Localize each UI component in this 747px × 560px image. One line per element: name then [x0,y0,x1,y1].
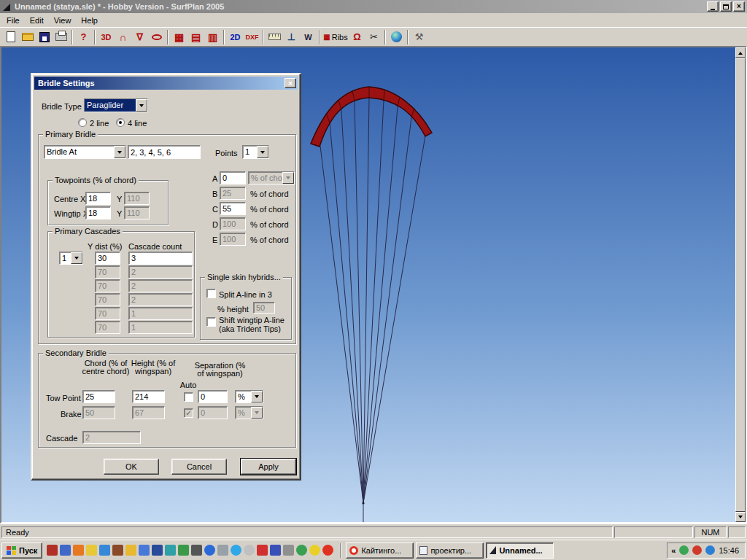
menu-view[interactable]: View [49,15,77,26]
split-a-line-checkbox[interactable] [206,289,216,298]
quicklaunch-icon[interactable] [152,545,163,556]
quicklaunch-icon[interactable] [60,545,71,556]
centre-x-field[interactable] [85,192,111,205]
line-a-field[interactable] [220,171,246,184]
cascade-selector-combo[interactable]: 1 [59,252,83,265]
ribs-button[interactable]: ▦ Ribs [322,29,349,45]
tow-height-field[interactable] [132,390,165,403]
plumb-button[interactable]: ⊥ [283,29,300,45]
tow-auto-checkbox[interactable] [184,392,193,402]
quicklaunch-icon[interactable] [99,545,110,556]
radio-4line[interactable] [116,118,125,127]
tow-unit-combo[interactable]: % [235,390,263,403]
bridle-lines-button[interactable]: W [300,29,317,45]
task-button-project[interactable]: проектир... [416,542,484,559]
points-dropdown-button[interactable] [257,146,268,158]
measure-button[interactable] [266,29,283,45]
apply-button[interactable]: Apply [241,459,296,475]
quicklaunch-icon[interactable] [47,545,58,556]
radio-2line-label[interactable]: 2 line [90,119,109,128]
save-button[interactable] [36,29,53,45]
tray-icon[interactable] [692,545,702,555]
quicklaunch-icon[interactable] [73,545,84,556]
task-button-kiting[interactable]: Кайтинго... [346,542,414,559]
menu-file[interactable]: File [1,15,25,26]
cascade-row-count[interactable] [128,252,193,265]
2d-view-button[interactable]: 2D [227,29,244,45]
gauge-button[interactable]: Ω [349,29,365,45]
tray-icon[interactable] [705,545,715,555]
radio-2line[interactable] [78,118,87,127]
panel-view2-button[interactable]: ▥ [204,29,221,45]
points-combo[interactable]: 1 [242,145,269,159]
start-button[interactable]: Пуск [1,542,42,559]
print-button[interactable] [53,29,69,45]
help-button[interactable]: ? [75,29,92,45]
open-button[interactable] [19,29,36,45]
tray-icon[interactable] [679,545,689,555]
panel-view-button[interactable]: ▤ [187,29,204,45]
quicklaunch-icon[interactable] [191,545,202,556]
split-a-line-label[interactable]: Split A-line in 3 [219,290,272,299]
tow-chord-field[interactable] [82,390,115,403]
scroll-up-button[interactable] [735,47,746,58]
cascade-row-ydist[interactable] [95,252,120,265]
maximize-button[interactable] [720,1,732,12]
quicklaunch-icon[interactable] [257,545,268,556]
grid-view-button[interactable]: ▦ [171,29,187,45]
quicklaunch-icon[interactable] [112,545,123,556]
quicklaunch-icon[interactable] [125,545,136,556]
cascade-selector-dropdown-button[interactable] [71,252,82,264]
quicklaunch-icon[interactable] [204,545,215,556]
render-button[interactable] [388,29,405,45]
tray-expand-button[interactable]: « [671,546,676,555]
shift-wingtip-label[interactable]: Shift wingtip A-line (aka Trident Tips) [219,316,285,333]
quicklaunch-icon[interactable] [139,545,150,556]
new-button[interactable] [2,29,19,45]
bridle-points-field[interactable] [128,145,201,159]
seam-button[interactable] [148,29,165,45]
ok-button[interactable]: OK [104,459,159,475]
dxf-export-button[interactable]: DXF [244,29,260,45]
quicklaunch-icon[interactable] [309,545,320,556]
quicklaunch-icon[interactable] [244,545,255,556]
radio-4line-label[interactable]: 4 line [128,119,147,128]
line-c-field[interactable] [220,202,246,215]
wingtip-x-field[interactable] [85,206,111,219]
line-b-label: B [212,190,217,198]
quicklaunch-icon[interactable] [296,545,307,556]
3d-view-button[interactable]: 3D [98,29,115,45]
canopy-arc-button[interactable]: ∩ [115,29,131,45]
task-button-surfplan[interactable]: Unnamed... [486,542,554,559]
scroll-down-button[interactable] [735,512,746,522]
bridle-type-combo[interactable]: Paraglider [84,98,148,112]
quicklaunch-icon[interactable] [165,545,176,556]
status-message: Ready [1,526,613,538]
quicklaunch-icon[interactable] [270,545,281,556]
bridle-type-dropdown-button[interactable] [136,99,147,112]
quicklaunch-icon[interactable] [86,545,97,556]
quicklaunch-icon[interactable] [178,545,189,556]
scrollbar-thumb[interactable] [735,58,746,512]
dialog-close-button[interactable]: × [285,78,296,88]
quicklaunch-icon[interactable] [322,545,333,556]
vertical-scrollbar[interactable] [735,47,746,522]
quicklaunch-icon[interactable] [217,545,228,556]
close-button[interactable]: × [733,1,745,12]
quicklaunch-icon[interactable] [283,545,294,556]
bridle-lines-icon: W [304,33,311,42]
cut-button[interactable]: ✂ [365,29,382,45]
tools-button[interactable]: ⚒ [411,29,427,45]
minimize-button[interactable] [707,1,719,12]
bridle-at-combo[interactable]: Bridle At [44,145,126,159]
quicklaunch-icon[interactable] [231,545,241,556]
tow-unit-dropdown-button[interactable] [251,391,263,402]
shift-wingtip-checkbox[interactable] [206,317,216,327]
tow-separation-field[interactable] [198,390,228,403]
menu-edit[interactable]: Edit [25,15,49,26]
bridle-at-dropdown-button[interactable] [114,146,125,158]
cancel-button[interactable]: Cancel [171,459,227,475]
cascade-row-count [128,293,193,306]
menu-help[interactable]: Help [76,15,103,26]
planform-button[interactable]: ∇ [131,29,148,45]
